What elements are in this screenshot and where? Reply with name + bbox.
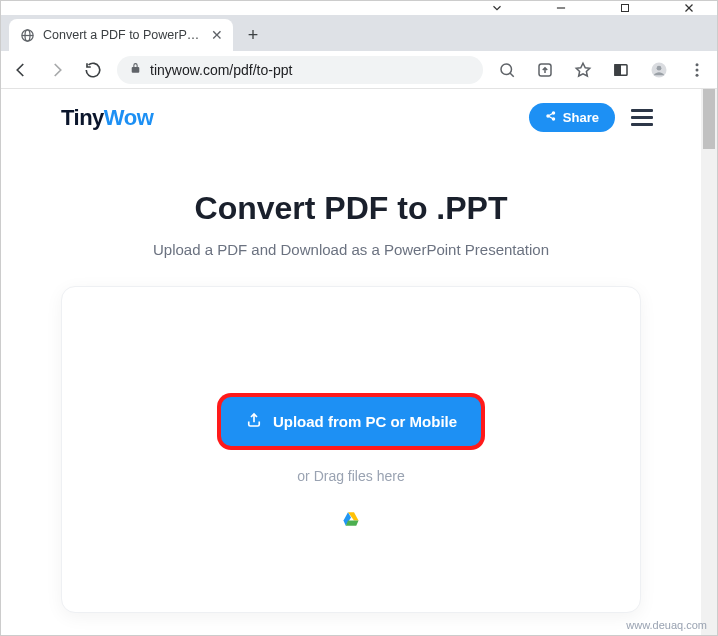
upload-button[interactable]: Upload from PC or Mobile [221,397,481,446]
kebab-menu-icon[interactable] [685,58,709,82]
svg-point-7 [501,64,512,75]
window-titlebar [1,1,717,15]
window-minimize-icon[interactable] [541,1,581,15]
google-drive-icon[interactable] [340,508,362,530]
lock-icon [129,62,142,78]
tab-title: Convert a PDF to PowerPoint On [43,28,203,42]
share-icon [545,110,557,125]
watermark-text: www.deuaq.com [626,619,707,631]
url-text: tinywow.com/pdf/to-ppt [150,62,292,78]
zoom-icon[interactable] [495,58,519,82]
svg-point-14 [657,65,662,70]
svg-point-17 [696,73,699,76]
site-header: TinyWow Share [1,89,701,142]
site-logo[interactable]: TinyWow [61,105,153,131]
new-tab-button[interactable]: + [239,21,267,49]
svg-point-15 [696,63,699,66]
svg-rect-12 [615,64,620,75]
upload-card: Upload from PC or Mobile or Drag files h… [61,286,641,613]
svg-point-19 [552,112,554,114]
logo-text-2: Wow [104,105,153,130]
svg-point-16 [696,68,699,71]
reload-button[interactable] [81,58,105,82]
globe-icon [19,27,35,43]
svg-point-18 [547,115,549,117]
forward-button[interactable] [45,58,69,82]
window-close-icon[interactable] [669,1,709,15]
window-maximize-icon[interactable] [605,1,645,15]
svg-marker-10 [576,63,590,76]
share-button-label: Share [563,110,599,125]
window-dropdown-icon[interactable] [477,1,517,15]
back-button[interactable] [9,58,33,82]
page-viewport: TinyWow Share Convert PDF to .PPT Upload… [1,89,717,636]
sidepanel-icon[interactable] [609,58,633,82]
profile-icon[interactable] [647,58,671,82]
bookmark-icon[interactable] [571,58,595,82]
browser-tabstrip: Convert a PDF to PowerPoint On ✕ + [1,15,717,51]
menu-icon[interactable] [631,109,653,126]
hero-section: Convert PDF to .PPT Upload a PDF and Dow… [1,142,701,286]
page-title: Convert PDF to .PPT [21,190,681,227]
vertical-scrollbar[interactable] [701,89,717,636]
upload-icon [245,411,263,432]
upload-button-label: Upload from PC or Mobile [273,413,457,430]
logo-text-1: Tiny [61,105,104,130]
svg-point-20 [552,118,554,120]
svg-rect-1 [622,5,629,12]
drag-files-label: or Drag files here [82,468,620,484]
svg-line-8 [510,73,514,77]
share-button[interactable]: Share [529,103,615,132]
page-subtitle: Upload a PDF and Download as a PowerPoin… [21,241,681,258]
svg-line-22 [549,117,553,119]
share-page-icon[interactable] [533,58,557,82]
scrollbar-thumb[interactable] [703,89,715,149]
browser-tab[interactable]: Convert a PDF to PowerPoint On ✕ [9,19,233,51]
browser-toolbar: tinywow.com/pdf/to-ppt [1,51,717,89]
address-bar[interactable]: tinywow.com/pdf/to-ppt [117,56,483,84]
toolbar-actions [495,58,709,82]
tab-close-icon[interactable]: ✕ [211,27,223,43]
svg-line-21 [549,114,553,116]
